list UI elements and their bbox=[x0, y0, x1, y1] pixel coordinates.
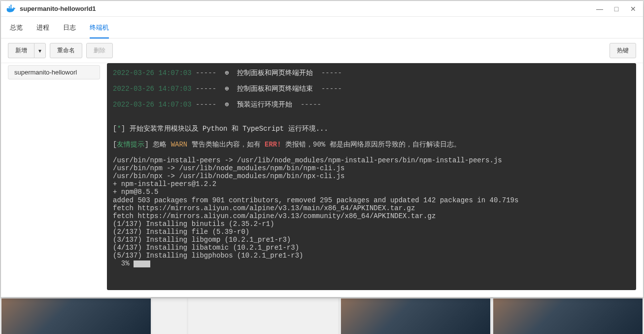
delete-button[interactable]: 删除 bbox=[86, 43, 113, 58]
tab-process[interactable]: 进程 bbox=[36, 17, 49, 38]
maximize-button[interactable]: □ bbox=[611, 4, 621, 14]
tab-log[interactable]: 日志 bbox=[63, 17, 76, 38]
tab-overview[interactable]: 总览 bbox=[10, 17, 23, 38]
minimize-button[interactable]: — bbox=[595, 4, 605, 14]
new-button[interactable]: 新增 bbox=[8, 43, 34, 58]
terminal-sidebar: supermanito-helloworl bbox=[1, 63, 107, 297]
svg-rect-3 bbox=[9, 6, 10, 8]
svg-rect-5 bbox=[10, 4, 12, 5]
close-button[interactable]: ✕ bbox=[628, 4, 638, 14]
window-title: supermanito-helloworld1 bbox=[20, 5, 595, 12]
window-titlebar[interactable]: supermanito-helloworld1 — □ ✕ bbox=[1, 1, 643, 17]
docker-icon bbox=[6, 4, 16, 14]
tab-bar: 总览 进程 日志 终端机 bbox=[1, 17, 643, 38]
rename-button[interactable]: 重命名 bbox=[50, 43, 82, 58]
new-dropdown-caret[interactable]: ▾ bbox=[34, 43, 46, 58]
hotkeys-button[interactable]: 热键 bbox=[610, 43, 636, 58]
tab-terminal[interactable]: 终端机 bbox=[90, 17, 109, 38]
toolbar: 新增 ▾ 重命名 删除 热键 bbox=[1, 38, 643, 63]
new-button-group: 新增 ▾ bbox=[8, 43, 46, 58]
sidebar-item-terminal[interactable]: supermanito-helloworl bbox=[8, 65, 100, 79]
svg-rect-4 bbox=[10, 6, 12, 8]
container-window: supermanito-helloworld1 — □ ✕ 总览 进程 日志 终… bbox=[1, 1, 643, 297]
content-area: supermanito-helloworl 2022-03-26 14:07:0… bbox=[1, 63, 643, 297]
terminal-output[interactable]: 2022-03-26 14:07:03 ----- ⊕ 控制面板和网页终端开始 … bbox=[107, 63, 636, 290]
